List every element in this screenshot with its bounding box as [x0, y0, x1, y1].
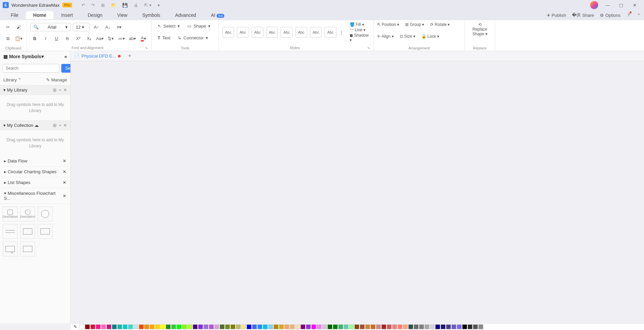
- color-swatch[interactable]: [457, 324, 462, 329]
- bold-icon[interactable]: B: [30, 34, 39, 43]
- shape-thumb[interactable]: Description: [20, 207, 35, 221]
- copy-icon[interactable]: ⧉: [3, 34, 12, 43]
- color-swatch[interactable]: [268, 324, 273, 329]
- color-swatch[interactable]: [193, 324, 198, 329]
- position-button[interactable]: ⇱ Position ▾: [377, 22, 399, 27]
- publish-button[interactable]: ✈ Publish: [547, 13, 566, 18]
- close-icon[interactable]: ✕: [63, 169, 66, 174]
- color-swatch[interactable]: [446, 324, 451, 329]
- color-swatch[interactable]: [155, 324, 160, 329]
- color-swatch[interactable]: [241, 324, 246, 329]
- close-icon[interactable]: ✕: [63, 123, 67, 128]
- color-swatch[interactable]: [327, 324, 332, 329]
- color-swatch[interactable]: [79, 324, 85, 329]
- color-swatch[interactable]: [435, 324, 440, 329]
- color-swatch[interactable]: [128, 324, 133, 329]
- color-swatch[interactable]: [344, 324, 349, 329]
- color-swatch[interactable]: [133, 324, 138, 329]
- close-icon[interactable]: ✕: [63, 193, 66, 198]
- category-circular[interactable]: ▸ Circular Charting Shapes✕: [0, 167, 70, 177]
- shape-thumb[interactable]: [38, 224, 53, 239]
- shape-tool[interactable]: ▭ Shape ▾: [185, 22, 213, 30]
- new-icon[interactable]: ⊞: [101, 3, 105, 8]
- minimize-button[interactable]: —: [601, 0, 614, 10]
- align-icon[interactable]: ≡▾: [115, 22, 124, 32]
- tab-advanced[interactable]: Advanced: [168, 11, 203, 19]
- open-icon[interactable]: 📁: [111, 3, 116, 8]
- new-tab-button[interactable]: +: [128, 52, 132, 60]
- color-swatch[interactable]: [408, 324, 413, 329]
- color-swatch[interactable]: [311, 324, 316, 329]
- text-tool[interactable]: T Text: [155, 34, 173, 42]
- category-list[interactable]: ▸ List Shapes✕: [0, 177, 70, 188]
- grid-icon[interactable]: ⊞: [53, 123, 57, 128]
- color-swatch[interactable]: [317, 324, 322, 329]
- close-icon[interactable]: ✕: [63, 180, 66, 185]
- cut-icon[interactable]: ✂: [3, 22, 12, 32]
- strike-icon[interactable]: S: [63, 34, 72, 43]
- document-tab[interactable]: 📄 Physical DFD E...: [71, 52, 124, 60]
- style-gallery[interactable]: Abc Abc Abc Abc Abc Abc Abc Abc ⋮ 🪣 Fill…: [222, 22, 370, 42]
- color-swatch[interactable]: [247, 324, 252, 329]
- color-swatch[interactable]: [171, 324, 176, 329]
- color-swatch[interactable]: [306, 324, 311, 329]
- symbol-search-input[interactable]: [3, 64, 59, 73]
- format-painter-icon[interactable]: 🖌: [14, 22, 24, 32]
- color-swatch[interactable]: [236, 324, 241, 329]
- manage-link[interactable]: ✎ Manage: [46, 77, 67, 82]
- color-swatch[interactable]: [166, 324, 171, 329]
- export-icon[interactable]: ⇱ ▾: [144, 3, 152, 8]
- subscript-icon[interactable]: X₂: [85, 34, 93, 43]
- my-collection-dropzone[interactable]: Drag symbols here to add to My Library: [0, 130, 70, 156]
- color-swatch[interactable]: [187, 324, 192, 329]
- library-dropdown[interactable]: Library ⌃: [3, 77, 22, 82]
- font-color-icon[interactable]: A▾: [139, 34, 148, 43]
- color-swatch[interactable]: [214, 324, 219, 329]
- print-icon[interactable]: 🖨: [134, 3, 138, 8]
- color-swatch[interactable]: [106, 324, 111, 329]
- collapse-sidebar-icon[interactable]: «: [64, 54, 67, 59]
- color-swatch[interactable]: [397, 324, 402, 329]
- line-spacing-icon[interactable]: ⇅▾: [106, 34, 115, 43]
- superscript-icon[interactable]: X²: [74, 34, 83, 43]
- tab-file[interactable]: File: [3, 11, 26, 19]
- highlight-icon[interactable]: ab▾: [128, 34, 137, 43]
- tab-symbols[interactable]: Symbols: [135, 11, 168, 19]
- color-swatch[interactable]: [252, 324, 257, 329]
- fill-button[interactable]: 🪣 Fill ▾: [350, 22, 370, 27]
- group-button[interactable]: ⊞ Group ▾: [405, 22, 424, 27]
- color-swatch[interactable]: [414, 324, 419, 329]
- case-icon[interactable]: Aa▾: [96, 34, 104, 43]
- color-swatch[interactable]: [123, 324, 128, 329]
- color-swatch[interactable]: [112, 324, 117, 329]
- underline-icon[interactable]: U: [52, 34, 61, 43]
- color-swatch[interactable]: [462, 324, 467, 329]
- color-swatch[interactable]: [230, 324, 235, 329]
- color-swatch[interactable]: [322, 324, 327, 329]
- color-swatch[interactable]: [160, 324, 165, 329]
- shape-thumb[interactable]: Description: [3, 207, 18, 221]
- color-swatch[interactable]: [371, 324, 376, 329]
- color-swatch[interactable]: [273, 324, 279, 329]
- color-swatch[interactable]: [349, 324, 354, 329]
- lock-button[interactable]: 🔒 Lock ▾: [421, 34, 439, 39]
- color-swatch[interactable]: [220, 324, 225, 329]
- bullets-icon[interactable]: ≔▾: [117, 34, 126, 43]
- color-swatch[interactable]: [257, 324, 262, 329]
- color-swatch[interactable]: [284, 324, 289, 329]
- select-tool[interactable]: ↖ Select ▾: [155, 22, 183, 30]
- gallery-more-icon[interactable]: ⋮: [339, 30, 344, 35]
- style-preset[interactable]: Abc: [237, 27, 249, 38]
- save-icon[interactable]: 💾: [122, 3, 128, 8]
- my-collection-section[interactable]: ▾ My Collection ☁ ⊞+✕: [0, 120, 70, 130]
- tab-home[interactable]: Home: [26, 11, 54, 19]
- my-library-section[interactable]: ▾ My Library ⊞+✕: [0, 85, 70, 95]
- color-swatch[interactable]: [430, 324, 435, 329]
- color-swatch[interactable]: [441, 324, 446, 329]
- color-swatch[interactable]: [117, 324, 122, 329]
- style-preset[interactable]: Abc: [310, 27, 322, 38]
- color-swatch[interactable]: [225, 324, 230, 329]
- color-swatch[interactable]: [300, 324, 305, 329]
- color-swatch[interactable]: [468, 324, 473, 329]
- paste-icon[interactable]: 📋▾: [14, 34, 24, 43]
